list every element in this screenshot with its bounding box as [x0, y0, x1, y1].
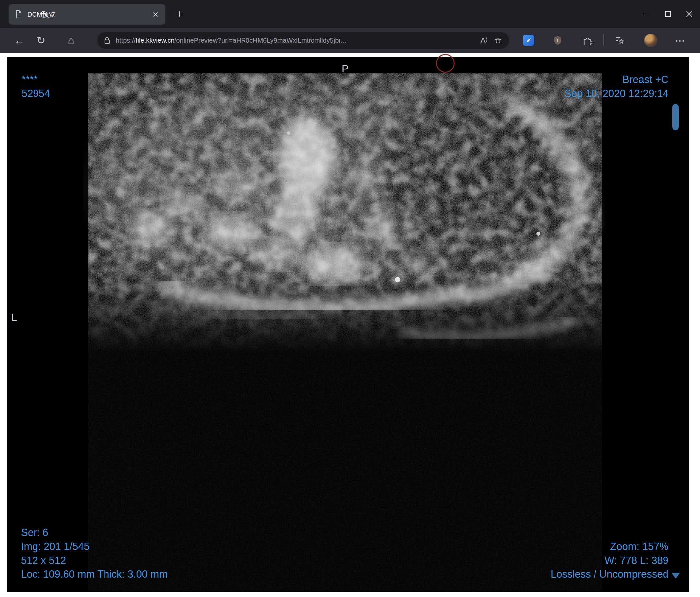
more-icon: ⋯: [675, 35, 685, 47]
favorites-hub-button[interactable]: [611, 32, 628, 49]
extensions-button[interactable]: [579, 32, 596, 49]
tab-close-icon[interactable]: [149, 8, 161, 20]
back-icon: ←: [14, 35, 25, 46]
tab-title: DCM预览: [27, 10, 144, 19]
window-level: W: 778 L: 389: [551, 553, 669, 568]
svg-text:T: T: [556, 38, 559, 43]
address-bar[interactable]: https://file.kkview.cn/onlinePreview?url…: [97, 32, 509, 49]
window-controls: [636, 0, 700, 28]
profile-avatar[interactable]: [644, 34, 657, 47]
home-icon: ⌂: [68, 35, 74, 46]
patient-id: 52954: [22, 86, 50, 101]
display-info-overlay: Zoom: 157% W: 778 L: 389 Lossless / Unco…: [551, 540, 669, 581]
blue-extension-icon: [523, 35, 534, 46]
lock-icon[interactable]: [104, 36, 110, 45]
favorite-button[interactable]: ☆: [491, 33, 505, 47]
mri-image: [83, 73, 607, 591]
orientation-marker-left: L: [11, 311, 17, 325]
url-text[interactable]: https://file.kkview.cn/onlinePreview?url…: [116, 37, 477, 45]
study-datetime: Sep 10, 2020 12:29:14: [564, 86, 669, 101]
maximize-icon: [665, 11, 671, 17]
read-aloud-button[interactable]: A ): [477, 33, 491, 47]
slice-scrollbar-thumb[interactable]: [672, 104, 679, 130]
toolbar-divider: [603, 35, 604, 46]
shield-extension-button[interactable]: T: [549, 32, 566, 49]
shield-icon: T: [553, 36, 562, 45]
series-info-overlay: Ser: 6 Img: 201 1/545 512 x 512 Loc: 109…: [21, 526, 168, 581]
minimize-button[interactable]: [636, 0, 657, 28]
minimize-icon: [644, 14, 650, 14]
slice-location: Loc: 109.60 mm Thick: 3.00 mm: [21, 568, 168, 581]
dicom-canvas[interactable]: **** 52954 P L Breast +C Sep 10, 2020 12…: [7, 57, 690, 592]
browser-tab[interactable]: DCM预览: [9, 4, 165, 25]
home-button[interactable]: ⌂: [62, 32, 80, 49]
refresh-icon: ↻: [37, 35, 46, 46]
favorite-star-icon: ☆: [494, 35, 502, 46]
series-number: Ser: 6: [21, 526, 168, 540]
refresh-button[interactable]: ↻: [32, 32, 50, 49]
matrix-size: 512 x 512: [21, 553, 168, 568]
read-aloud-icon-wave: ): [486, 36, 488, 42]
maximize-button[interactable]: [657, 0, 679, 28]
zoom-level: Zoom: 157%: [551, 540, 669, 553]
orientation-marker-posterior: P: [342, 62, 349, 76]
patient-info-overlay: **** 52954: [22, 73, 50, 101]
read-aloud-icon: A: [481, 36, 486, 45]
url-scheme: https://: [116, 37, 136, 44]
patient-name-masked: ****: [22, 73, 50, 86]
study-description: Breast +C: [564, 73, 669, 86]
favorites-list-star-icon: [615, 36, 624, 45]
puzzle-icon: [582, 35, 592, 46]
study-info-overlay: Breast +C Sep 10, 2020 12:29:14: [564, 73, 669, 101]
url-path: /onlinePreview?url=aHR0cHM6Ly9maWxlLmtrd…: [175, 37, 347, 44]
close-button[interactable]: [679, 0, 700, 28]
back-button[interactable]: ←: [10, 32, 28, 49]
close-icon: [686, 10, 693, 17]
settings-menu-button[interactable]: ⋯: [672, 32, 689, 49]
page-icon: [15, 10, 22, 19]
compression-info: Lossless / Uncompressed: [551, 568, 669, 581]
new-tab-button[interactable]: [174, 8, 186, 20]
image-number: Img: 201 1/545: [21, 540, 168, 553]
page-content: **** 52954 P L Breast +C Sep 10, 2020 12…: [0, 53, 700, 597]
url-domain: file.kkview.cn: [136, 37, 175, 44]
slice-scroll-down-arrow[interactable]: [672, 573, 680, 579]
annotation-circle: [436, 54, 454, 73]
split-screen-extension-button[interactable]: [520, 32, 537, 49]
browser-titlebar: DCM预览: [0, 0, 700, 28]
